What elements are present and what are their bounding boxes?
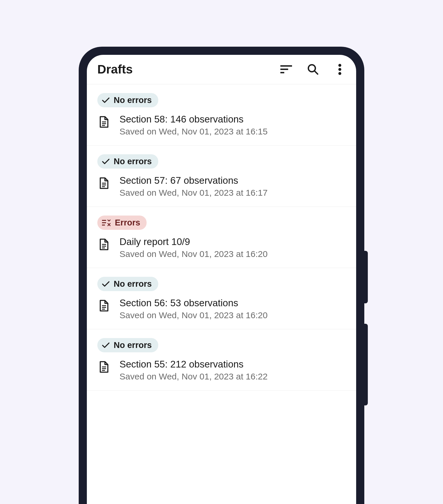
document-icon [97, 299, 110, 312]
document-icon [97, 177, 110, 190]
draft-saved-time: Saved on Wed, Nov 01, 2023 at 16:15 [119, 127, 268, 136]
svg-point-5 [338, 64, 341, 67]
draft-item[interactable]: No errors Section 56: 53 observations Sa… [87, 268, 356, 329]
document-icon [97, 360, 110, 373]
header-actions [280, 64, 346, 75]
draft-saved-time: Saved on Wed, Nov 01, 2023 at 16:20 [119, 310, 268, 320]
screen: Drafts [87, 55, 356, 504]
draft-content: Daily report 10/9 Saved on Wed, Nov 01, … [97, 236, 346, 259]
error-list-icon [102, 219, 111, 226]
draft-content: Section 57: 67 observations Saved on Wed… [97, 175, 346, 198]
draft-saved-time: Saved on Wed, Nov 01, 2023 at 16:22 [119, 372, 268, 382]
svg-rect-14 [102, 220, 106, 221]
sort-button[interactable] [280, 64, 292, 75]
draft-saved-time: Saved on Wed, Nov 01, 2023 at 16:17 [119, 188, 268, 198]
document-icon [97, 238, 110, 251]
svg-rect-16 [102, 225, 105, 225]
page-title: Drafts [97, 62, 133, 76]
status-badge: No errors [97, 277, 158, 291]
draft-title: Section 56: 53 observations [119, 298, 268, 309]
status-label: No errors [114, 279, 152, 289]
svg-point-7 [338, 72, 341, 75]
sort-icon [280, 65, 292, 74]
draft-content: Section 56: 53 observations Saved on Wed… [97, 298, 346, 320]
phone-frame: Drafts [79, 47, 364, 504]
status-label: Errors [115, 218, 140, 228]
app-header: Drafts [87, 55, 356, 84]
draft-item[interactable]: No errors Section 58: 146 observations S… [87, 84, 356, 146]
status-label: No errors [114, 340, 152, 350]
status-badge: No errors [97, 93, 158, 107]
status-label: No errors [114, 95, 152, 105]
phone-hardware-button [364, 251, 368, 303]
draft-item[interactable]: No errors Section 55: 212 observations S… [87, 329, 356, 391]
more-button[interactable] [334, 64, 346, 75]
check-icon [102, 342, 110, 348]
draft-content: Section 58: 146 observations Saved on We… [97, 114, 346, 136]
check-icon [102, 159, 110, 164]
draft-saved-time: Saved on Wed, Nov 01, 2023 at 16:20 [119, 249, 268, 259]
draft-title: Section 58: 146 observations [119, 114, 268, 125]
draft-text: Section 56: 53 observations Saved on Wed… [119, 298, 268, 320]
status-badge: Errors [97, 216, 147, 230]
svg-rect-15 [102, 222, 106, 223]
draft-text: Section 57: 67 observations Saved on Wed… [119, 175, 268, 198]
svg-line-4 [314, 71, 318, 74]
svg-rect-2 [280, 72, 284, 74]
search-button[interactable] [307, 64, 319, 75]
more-vertical-icon [338, 64, 341, 75]
status-label: No errors [114, 157, 152, 166]
svg-point-6 [338, 68, 341, 71]
status-badge: No errors [97, 338, 158, 352]
draft-text: Section 58: 146 observations Saved on We… [119, 114, 268, 136]
draft-title: Section 57: 67 observations [119, 175, 268, 186]
svg-rect-1 [280, 69, 288, 70]
draft-item[interactable]: No errors Section 57: 67 observations Sa… [87, 146, 356, 207]
status-badge: No errors [97, 154, 158, 169]
draft-content: Section 55: 212 observations Saved on We… [97, 359, 346, 382]
draft-text: Section 55: 212 observations Saved on We… [119, 359, 268, 382]
draft-title: Section 55: 212 observations [119, 359, 268, 370]
search-icon [307, 64, 319, 75]
draft-title: Daily report 10/9 [119, 236, 268, 247]
phone-hardware-button [364, 324, 368, 405]
draft-list: No errors Section 58: 146 observations S… [87, 84, 356, 391]
svg-rect-0 [280, 65, 292, 67]
check-icon [102, 281, 110, 287]
document-icon [97, 116, 110, 128]
draft-text: Daily report 10/9 Saved on Wed, Nov 01, … [119, 236, 268, 259]
check-icon [102, 97, 110, 103]
draft-item[interactable]: Errors Daily report 10/9 Saved on Wed, N… [87, 207, 356, 268]
